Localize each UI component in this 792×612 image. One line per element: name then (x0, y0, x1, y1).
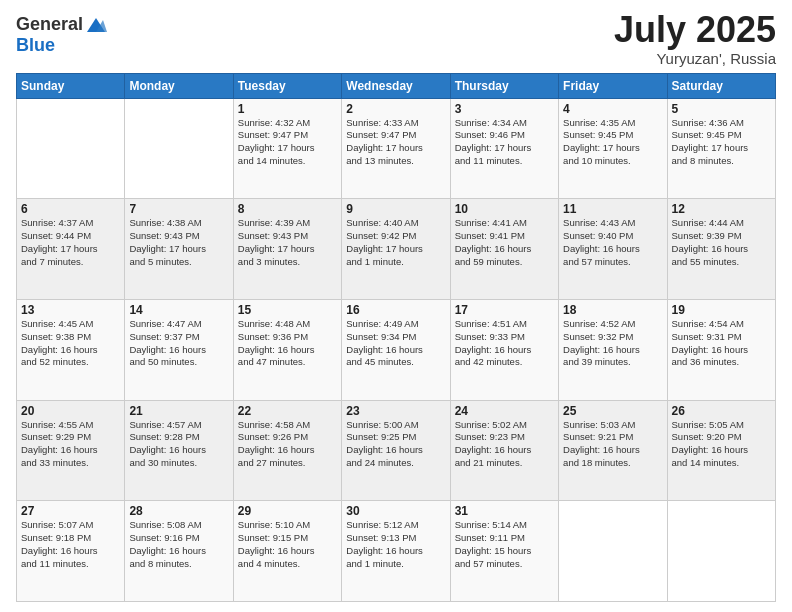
calendar-cell: 20Sunrise: 4:55 AM Sunset: 9:29 PM Dayli… (17, 400, 125, 501)
day-number: 19 (672, 303, 771, 317)
weekday-header-row: SundayMondayTuesdayWednesdayThursdayFrid… (17, 73, 776, 98)
day-number: 2 (346, 102, 445, 116)
day-number: 6 (21, 202, 120, 216)
day-info: Sunrise: 4:33 AM Sunset: 9:47 PM Dayligh… (346, 117, 445, 168)
day-number: 25 (563, 404, 662, 418)
calendar-week-row: 20Sunrise: 4:55 AM Sunset: 9:29 PM Dayli… (17, 400, 776, 501)
day-number: 20 (21, 404, 120, 418)
title-block: July 2025 Yuryuzan', Russia (614, 10, 776, 67)
day-number: 15 (238, 303, 337, 317)
day-info: Sunrise: 4:45 AM Sunset: 9:38 PM Dayligh… (21, 318, 120, 369)
calendar-cell: 30Sunrise: 5:12 AM Sunset: 9:13 PM Dayli… (342, 501, 450, 602)
day-info: Sunrise: 4:40 AM Sunset: 9:42 PM Dayligh… (346, 217, 445, 268)
calendar-cell: 10Sunrise: 4:41 AM Sunset: 9:41 PM Dayli… (450, 199, 558, 300)
calendar-cell: 4Sunrise: 4:35 AM Sunset: 9:45 PM Daylig… (559, 98, 667, 199)
calendar-cell: 15Sunrise: 4:48 AM Sunset: 9:36 PM Dayli… (233, 299, 341, 400)
day-info: Sunrise: 5:10 AM Sunset: 9:15 PM Dayligh… (238, 519, 337, 570)
day-number: 1 (238, 102, 337, 116)
day-info: Sunrise: 4:36 AM Sunset: 9:45 PM Dayligh… (672, 117, 771, 168)
weekday-header-sunday: Sunday (17, 73, 125, 98)
calendar-cell: 1Sunrise: 4:32 AM Sunset: 9:47 PM Daylig… (233, 98, 341, 199)
day-number: 26 (672, 404, 771, 418)
day-number: 30 (346, 504, 445, 518)
day-info: Sunrise: 4:32 AM Sunset: 9:47 PM Dayligh… (238, 117, 337, 168)
weekday-header-wednesday: Wednesday (342, 73, 450, 98)
calendar-table: SundayMondayTuesdayWednesdayThursdayFrid… (16, 73, 776, 602)
calendar-cell: 6Sunrise: 4:37 AM Sunset: 9:44 PM Daylig… (17, 199, 125, 300)
calendar-cell (17, 98, 125, 199)
day-info: Sunrise: 4:38 AM Sunset: 9:43 PM Dayligh… (129, 217, 228, 268)
logo-blue: Blue (16, 35, 55, 55)
day-info: Sunrise: 4:39 AM Sunset: 9:43 PM Dayligh… (238, 217, 337, 268)
day-info: Sunrise: 4:51 AM Sunset: 9:33 PM Dayligh… (455, 318, 554, 369)
day-number: 21 (129, 404, 228, 418)
calendar-week-row: 27Sunrise: 5:07 AM Sunset: 9:18 PM Dayli… (17, 501, 776, 602)
calendar-week-row: 1Sunrise: 4:32 AM Sunset: 9:47 PM Daylig… (17, 98, 776, 199)
calendar-cell: 28Sunrise: 5:08 AM Sunset: 9:16 PM Dayli… (125, 501, 233, 602)
calendar-cell: 11Sunrise: 4:43 AM Sunset: 9:40 PM Dayli… (559, 199, 667, 300)
calendar-cell: 23Sunrise: 5:00 AM Sunset: 9:25 PM Dayli… (342, 400, 450, 501)
logo-icon (85, 14, 107, 36)
calendar-cell: 3Sunrise: 4:34 AM Sunset: 9:46 PM Daylig… (450, 98, 558, 199)
day-info: Sunrise: 5:03 AM Sunset: 9:21 PM Dayligh… (563, 419, 662, 470)
day-number: 11 (563, 202, 662, 216)
header: General Blue July 2025 Yuryuzan', Russia (16, 10, 776, 67)
day-number: 10 (455, 202, 554, 216)
calendar-cell: 17Sunrise: 4:51 AM Sunset: 9:33 PM Dayli… (450, 299, 558, 400)
day-info: Sunrise: 5:14 AM Sunset: 9:11 PM Dayligh… (455, 519, 554, 570)
day-number: 23 (346, 404, 445, 418)
day-info: Sunrise: 5:08 AM Sunset: 9:16 PM Dayligh… (129, 519, 228, 570)
title-location: Yuryuzan', Russia (614, 50, 776, 67)
day-info: Sunrise: 4:37 AM Sunset: 9:44 PM Dayligh… (21, 217, 120, 268)
day-info: Sunrise: 4:49 AM Sunset: 9:34 PM Dayligh… (346, 318, 445, 369)
day-info: Sunrise: 4:41 AM Sunset: 9:41 PM Dayligh… (455, 217, 554, 268)
weekday-header-thursday: Thursday (450, 73, 558, 98)
day-number: 7 (129, 202, 228, 216)
day-info: Sunrise: 4:44 AM Sunset: 9:39 PM Dayligh… (672, 217, 771, 268)
calendar-cell: 16Sunrise: 4:49 AM Sunset: 9:34 PM Dayli… (342, 299, 450, 400)
day-number: 28 (129, 504, 228, 518)
logo: General Blue (16, 14, 107, 56)
calendar-cell: 18Sunrise: 4:52 AM Sunset: 9:32 PM Dayli… (559, 299, 667, 400)
day-info: Sunrise: 4:52 AM Sunset: 9:32 PM Dayligh… (563, 318, 662, 369)
calendar-cell: 12Sunrise: 4:44 AM Sunset: 9:39 PM Dayli… (667, 199, 775, 300)
title-month: July 2025 (614, 10, 776, 50)
weekday-header-saturday: Saturday (667, 73, 775, 98)
calendar-cell: 7Sunrise: 4:38 AM Sunset: 9:43 PM Daylig… (125, 199, 233, 300)
day-number: 17 (455, 303, 554, 317)
calendar-cell (125, 98, 233, 199)
day-info: Sunrise: 5:12 AM Sunset: 9:13 PM Dayligh… (346, 519, 445, 570)
weekday-header-tuesday: Tuesday (233, 73, 341, 98)
day-number: 13 (21, 303, 120, 317)
calendar-week-row: 6Sunrise: 4:37 AM Sunset: 9:44 PM Daylig… (17, 199, 776, 300)
day-number: 29 (238, 504, 337, 518)
day-number: 8 (238, 202, 337, 216)
calendar-week-row: 13Sunrise: 4:45 AM Sunset: 9:38 PM Dayli… (17, 299, 776, 400)
day-info: Sunrise: 4:43 AM Sunset: 9:40 PM Dayligh… (563, 217, 662, 268)
day-number: 18 (563, 303, 662, 317)
day-number: 3 (455, 102, 554, 116)
day-number: 22 (238, 404, 337, 418)
calendar-cell: 2Sunrise: 4:33 AM Sunset: 9:47 PM Daylig… (342, 98, 450, 199)
calendar-cell: 24Sunrise: 5:02 AM Sunset: 9:23 PM Dayli… (450, 400, 558, 501)
day-info: Sunrise: 5:00 AM Sunset: 9:25 PM Dayligh… (346, 419, 445, 470)
day-number: 12 (672, 202, 771, 216)
day-info: Sunrise: 4:55 AM Sunset: 9:29 PM Dayligh… (21, 419, 120, 470)
day-info: Sunrise: 4:47 AM Sunset: 9:37 PM Dayligh… (129, 318, 228, 369)
calendar-cell: 27Sunrise: 5:07 AM Sunset: 9:18 PM Dayli… (17, 501, 125, 602)
calendar-cell: 8Sunrise: 4:39 AM Sunset: 9:43 PM Daylig… (233, 199, 341, 300)
day-info: Sunrise: 5:02 AM Sunset: 9:23 PM Dayligh… (455, 419, 554, 470)
day-number: 14 (129, 303, 228, 317)
day-info: Sunrise: 4:48 AM Sunset: 9:36 PM Dayligh… (238, 318, 337, 369)
day-number: 27 (21, 504, 120, 518)
day-number: 31 (455, 504, 554, 518)
calendar-cell: 21Sunrise: 4:57 AM Sunset: 9:28 PM Dayli… (125, 400, 233, 501)
calendar-cell: 19Sunrise: 4:54 AM Sunset: 9:31 PM Dayli… (667, 299, 775, 400)
day-info: Sunrise: 4:58 AM Sunset: 9:26 PM Dayligh… (238, 419, 337, 470)
weekday-header-monday: Monday (125, 73, 233, 98)
day-number: 24 (455, 404, 554, 418)
calendar-cell: 26Sunrise: 5:05 AM Sunset: 9:20 PM Dayli… (667, 400, 775, 501)
day-info: Sunrise: 5:07 AM Sunset: 9:18 PM Dayligh… (21, 519, 120, 570)
calendar-cell: 25Sunrise: 5:03 AM Sunset: 9:21 PM Dayli… (559, 400, 667, 501)
day-info: Sunrise: 4:57 AM Sunset: 9:28 PM Dayligh… (129, 419, 228, 470)
